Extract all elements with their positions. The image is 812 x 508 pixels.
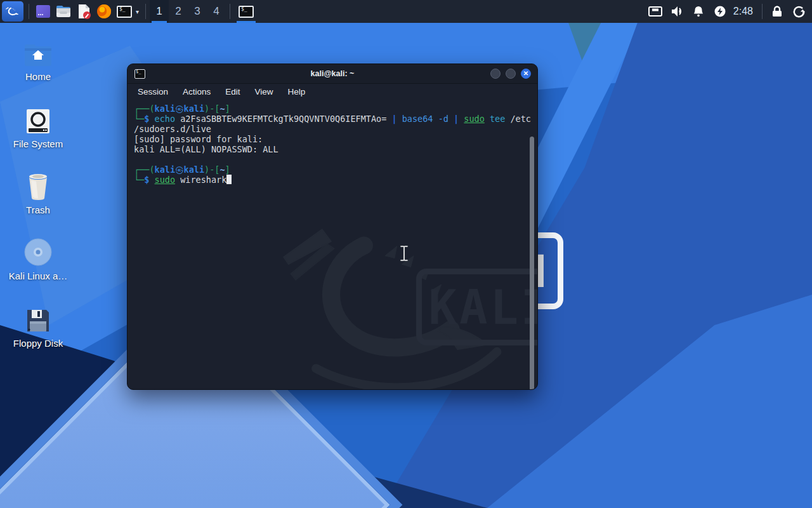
terminal-line: └─$ sudo wireshark xyxy=(134,175,526,185)
close-button[interactable]: ✕ xyxy=(521,69,531,79)
menu-help[interactable]: Help xyxy=(288,87,306,97)
lock-screen-icon[interactable] xyxy=(766,0,788,23)
desktop-icon-label: Home xyxy=(5,71,71,82)
panel-separator xyxy=(145,4,146,19)
cd-disc-icon xyxy=(5,236,71,267)
launcher-text-editor[interactable] xyxy=(74,2,94,21)
desktop-icon-home[interactable]: Home xyxy=(5,37,71,82)
workspace-4[interactable]: 4 xyxy=(207,0,226,23)
menu-view[interactable]: View xyxy=(255,87,273,97)
menu-actions[interactable]: Actions xyxy=(183,87,211,97)
taskbar-terminal-window[interactable]: $_ xyxy=(234,0,258,23)
window-controls: ✕ xyxy=(490,69,537,79)
desktop-icon-file-system[interactable]: File System xyxy=(5,104,71,149)
terminal-line: ┌──(kali㉿kali)-[~] xyxy=(134,164,526,175)
terminal-menubar: Session Actions Edit View Help xyxy=(128,84,537,100)
kali-dragon-icon xyxy=(5,4,20,19)
desktop-icon-label: Kali Linux a… xyxy=(5,271,71,281)
terminal-line: ┌──(kali㉿kali)-[~] xyxy=(134,104,526,114)
launcher-appfinder[interactable] xyxy=(33,2,53,21)
notification-bell-icon[interactable] xyxy=(688,0,709,23)
desktop-icon-label: Trash xyxy=(5,204,71,215)
floppy-disk-icon xyxy=(5,304,71,334)
panel-separator xyxy=(29,4,29,19)
folder-icon xyxy=(55,3,72,20)
desktop-icon-label: Floppy Disk xyxy=(5,338,71,349)
terminal-line xyxy=(134,154,526,164)
system-tray: 2:48 xyxy=(645,0,812,23)
desktop-icon-kali-cd[interactable]: Kali Linux a… xyxy=(5,236,71,281)
chevron-down-icon[interactable]: ▾ xyxy=(136,8,139,15)
kali-watermark-box: KALI xyxy=(416,269,537,345)
workspace-2[interactable]: 2 xyxy=(169,0,188,23)
launcher-terminal[interactable]: $_ xyxy=(114,2,134,21)
maximize-button[interactable] xyxy=(506,69,516,79)
window-title: kali@kali: ~ xyxy=(128,69,537,78)
volume-icon[interactable] xyxy=(666,0,688,23)
terminal-line: └─$ echo a2FsaSBBTEw9KEFMTCkgTk9QQVNTV0Q… xyxy=(134,114,526,124)
workspace-number: 2 xyxy=(175,5,181,18)
logout-icon[interactable] xyxy=(788,0,809,23)
minimize-button[interactable] xyxy=(490,69,501,79)
panel-separator xyxy=(230,4,230,19)
terminal-icon: $_ xyxy=(117,6,132,18)
panel-separator xyxy=(762,4,763,19)
document-icon xyxy=(76,3,92,20)
terminal-line: kali ALL=(ALL) NOPASSWD: ALL xyxy=(134,144,526,154)
terminal-window: $_ kali@kali: ~ ✕ Session Actions Edit V… xyxy=(127,64,538,390)
menu-edit[interactable]: Edit xyxy=(225,87,240,97)
workspace-3[interactable]: 3 xyxy=(188,0,207,23)
clock[interactable]: 2:48 xyxy=(733,6,753,17)
ibeam-cursor xyxy=(400,245,409,264)
launcher-file-manager[interactable] xyxy=(53,2,74,21)
top-panel: $_ ▾ 1 2 3 4 $_ 2:48 xyxy=(0,0,812,23)
terminal-scrollbar[interactable] xyxy=(530,137,534,389)
desktop-icon-floppy-disk[interactable]: Floppy Disk xyxy=(5,304,71,349)
firefox-icon xyxy=(96,3,112,20)
home-folder-icon xyxy=(5,37,71,67)
terminal-output: ┌──(kali㉿kali)-[~]└─$ echo a2FsaSBBTEw9K… xyxy=(134,104,526,185)
launcher-firefox[interactable] xyxy=(94,2,114,21)
workspace-switcher: 1 2 3 4 xyxy=(150,0,226,23)
drive-icon xyxy=(5,104,71,135)
terminal-line: [sudo] password for kali: xyxy=(134,134,526,144)
trash-icon xyxy=(5,170,71,201)
terminal-body[interactable]: KALI ┌──(kali㉿kali)-[~]└─$ echo a2FsaSBB… xyxy=(128,100,537,389)
terminal-titlebar[interactable]: $_ kali@kali: ~ ✕ xyxy=(128,64,537,84)
desktop-icon-trash[interactable]: Trash xyxy=(5,170,71,215)
menu-session[interactable]: Session xyxy=(138,87,168,97)
desktop-icon-label: File System xyxy=(5,138,71,149)
kali-menu-button[interactable] xyxy=(2,1,23,22)
network-icon[interactable] xyxy=(645,0,666,23)
terminal-icon: $_ xyxy=(239,6,254,18)
kali-watermark-text: KALI xyxy=(428,284,537,331)
power-manager-icon[interactable] xyxy=(709,0,731,23)
workspace-1[interactable]: 1 xyxy=(150,0,169,23)
workspace-number: 4 xyxy=(213,5,219,18)
workspace-number: 1 xyxy=(156,5,162,18)
terminal-line: /sudoers.d/live xyxy=(134,124,526,134)
workspace-number: 3 xyxy=(194,5,200,18)
appfinder-icon xyxy=(35,3,51,20)
